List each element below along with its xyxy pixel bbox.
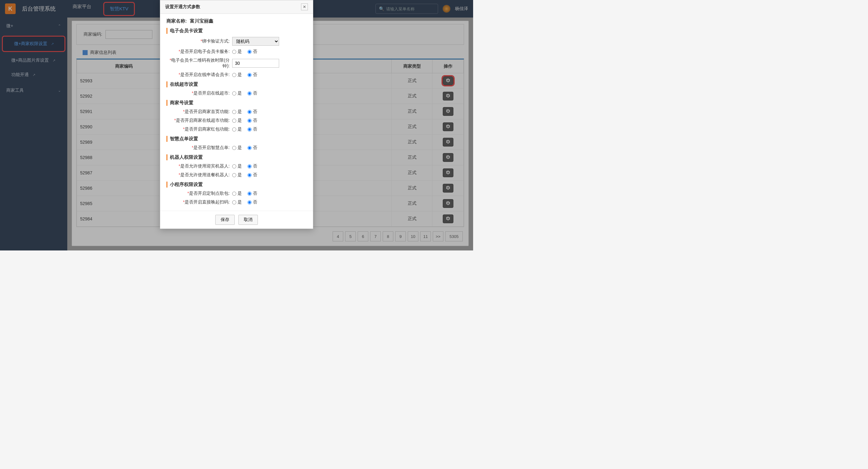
modal-footer: 保存 取消 [160, 211, 313, 229]
label-robot-deliver: 是否允许使用送餐机器人: [180, 172, 230, 177]
radio-yes[interactable]: 是 [232, 72, 242, 78]
radio-no[interactable]: 否 [248, 90, 257, 96]
radio-yes[interactable]: 是 [232, 118, 242, 123]
merchant-name-value: 富川宝丽鑫 [190, 18, 213, 24]
label-mini-custom: 是否开启定制点歌包: [189, 191, 230, 196]
section-order: 智慧点单设置 [166, 136, 307, 142]
radio-yes[interactable]: 是 [232, 172, 242, 178]
radio-yes[interactable]: 是 [232, 90, 242, 96]
radio-yes[interactable]: 是 [232, 145, 242, 151]
radio-no[interactable]: 否 [248, 200, 257, 205]
radio-yes[interactable]: 是 [232, 191, 242, 196]
radio-no[interactable]: 否 [248, 72, 257, 78]
section-robot: 机器人权限设置 [166, 154, 307, 160]
radio-yes[interactable]: 是 [232, 109, 242, 115]
label-online-market: 是否开启在线超市: [193, 90, 230, 95]
input-qr-time[interactable] [232, 59, 279, 68]
save-button[interactable]: 保存 [215, 215, 235, 225]
radio-no[interactable]: 否 [248, 164, 257, 169]
label-qr-time: 电子会员卡二维码有效时限(分钟): [171, 58, 230, 68]
radio-yes[interactable]: 是 [232, 126, 242, 132]
radio-no[interactable]: 否 [248, 49, 257, 55]
label-verify: 绑卡验证方式: [202, 38, 230, 43]
close-icon: ✕ [303, 5, 306, 9]
label-mini-scan: 是否开启直接唤起扫码: [185, 200, 230, 204]
label-biz-redpack: 是否开启商家红包功能: [185, 126, 230, 131]
settings-modal: 设置开通方式参数 ✕ 商家名称: 富川宝丽鑫 电子会员卡设置 *绑卡验证方式: … [160, 0, 313, 229]
merchant-name-label: 商家名称: [166, 18, 187, 24]
radio-yes[interactable]: 是 [232, 164, 242, 169]
label-biz-home: 是否开启商家首页功能: [185, 109, 230, 114]
label-robot-greet: 是否允许使用迎宾机器人: [180, 164, 230, 169]
label-biz-market: 是否开启商家在线超市功能: [176, 118, 230, 123]
radio-yes[interactable]: 是 [232, 200, 242, 205]
radio-no[interactable]: 否 [248, 109, 257, 115]
radio-no[interactable]: 否 [248, 145, 257, 151]
label-online-apply: 是否开启在线申请会员卡: [180, 72, 230, 77]
section-biz: 商家号设置 [166, 100, 307, 106]
radio-no[interactable]: 否 [248, 191, 257, 196]
modal-close-button[interactable]: ✕ [301, 3, 308, 10]
radio-no[interactable]: 否 [248, 118, 257, 123]
radio-no[interactable]: 否 [248, 126, 257, 132]
select-verify-method[interactable]: 随机码 [232, 37, 279, 46]
label-smart-order: 是否开启智慧点单: [193, 145, 230, 150]
modal-header: 设置开通方式参数 ✕ [160, 0, 313, 14]
section-ecard: 电子会员卡设置 [166, 28, 307, 34]
modal-body: 商家名称: 富川宝丽鑫 电子会员卡设置 *绑卡验证方式: 随机码 *是否开启电子… [160, 14, 313, 211]
cancel-button[interactable]: 取消 [239, 215, 258, 225]
row-ecard-enable: *是否开启电子会员卡服务: 是 否 [166, 49, 307, 55]
section-mini: 小程序权限设置 [166, 182, 307, 187]
radio-no[interactable]: 否 [248, 172, 257, 178]
radio-yes[interactable]: 是 [232, 49, 242, 55]
modal-merchant-name: 商家名称: 富川宝丽鑫 [166, 18, 307, 24]
section-market: 在线超市设置 [166, 81, 307, 87]
modal-title: 设置开通方式参数 [165, 4, 200, 10]
label-ecard-enable: 是否开启电子会员卡服务: [180, 49, 230, 54]
